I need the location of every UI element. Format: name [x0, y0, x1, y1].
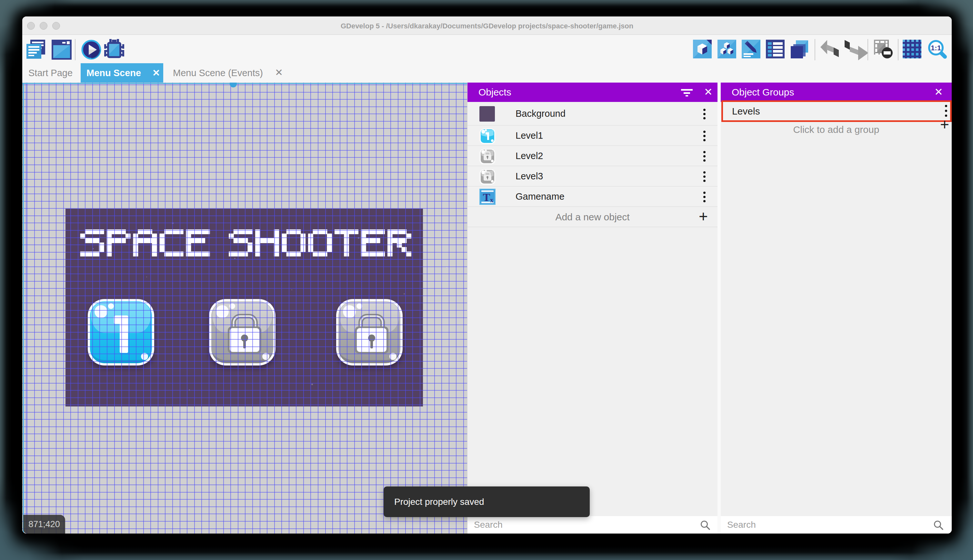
svg-text:T: T [483, 191, 490, 203]
svg-text:x: x [490, 197, 493, 203]
svg-text:1:1: 1:1 [931, 44, 941, 52]
